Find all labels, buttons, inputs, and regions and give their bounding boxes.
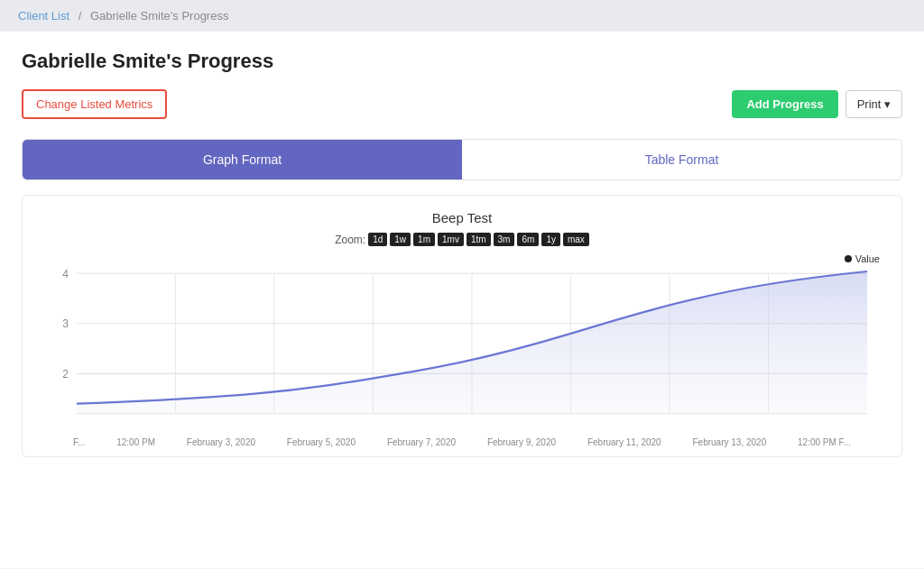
breadcrumb-separator: / (79, 9, 82, 23)
tab-bar: Graph Format Table Format (22, 139, 902, 180)
zoom-3m[interactable]: 3m (494, 233, 515, 246)
toolbar-right: Add Progress Print ▾ (732, 90, 902, 118)
add-progress-button[interactable]: Add Progress (732, 90, 837, 118)
x-axis-labels: F... 12:00 PM February 3, 2020 February … (37, 434, 887, 447)
breadcrumb-client-list[interactable]: Client List (18, 9, 69, 23)
svg-text:2: 2 (62, 368, 69, 381)
tab-graph-format[interactable]: Graph Format (23, 140, 462, 179)
chart-container: Beep Test Zoom: 1d 1w 1m 1mv 1tm 3m 6m 1… (22, 195, 902, 457)
x-label-1: 12:00 PM (116, 437, 155, 447)
x-label-5: February 9, 2020 (487, 437, 556, 447)
zoom-bar: Zoom: 1d 1w 1m 1mv 1tm 3m 6m 1y max (37, 233, 887, 246)
x-label-0: F... (73, 437, 85, 447)
zoom-1y[interactable]: 1y (541, 233, 560, 246)
svg-text:4: 4 (62, 268, 69, 280)
print-button[interactable]: Print ▾ (845, 90, 902, 118)
x-label-4: February 7, 2020 (387, 437, 456, 447)
x-label-2: February 3, 2020 (187, 437, 255, 447)
change-metrics-button[interactable]: Change Listed Metrics (22, 89, 167, 119)
zoom-max[interactable]: max (563, 233, 589, 246)
chart-legend: Value (845, 253, 880, 264)
chart-svg: 4 3 2 (37, 253, 887, 434)
chart-title: Beep Test (37, 210, 887, 225)
zoom-1d[interactable]: 1d (368, 233, 387, 246)
legend-label: Value (855, 253, 880, 264)
x-label-7: February 13, 2020 (692, 437, 766, 447)
tab-table-format[interactable]: Table Format (462, 140, 901, 179)
breadcrumb-current: Gabrielle Smite's Progress (90, 9, 228, 23)
chart-area: Value 4 3 2 (37, 253, 887, 434)
x-label-3: February 5, 2020 (287, 437, 356, 447)
tab-table-label: Table Format (645, 152, 719, 167)
main-content: Gabrielle Smite's Progress Change Listed… (0, 32, 924, 568)
x-label-8: 12:00 PM F... (798, 437, 851, 447)
x-label-6: February 11, 2020 (587, 437, 661, 447)
tab-graph-label: Graph Format (203, 152, 282, 167)
zoom-1mv[interactable]: 1mv (438, 233, 464, 246)
zoom-6m[interactable]: 6m (517, 233, 539, 246)
zoom-label: Zoom: (335, 234, 365, 246)
legend-dot (845, 255, 852, 262)
breadcrumb: Client List / Gabrielle Smite's Progress (0, 0, 924, 32)
svg-text:3: 3 (62, 317, 69, 330)
toolbar: Change Listed Metrics Add Progress Print… (22, 89, 902, 119)
zoom-1w[interactable]: 1w (390, 233, 411, 246)
zoom-1tm[interactable]: 1tm (467, 233, 491, 246)
zoom-1m[interactable]: 1m (413, 233, 435, 246)
page-title: Gabrielle Smite's Progress (22, 50, 902, 73)
